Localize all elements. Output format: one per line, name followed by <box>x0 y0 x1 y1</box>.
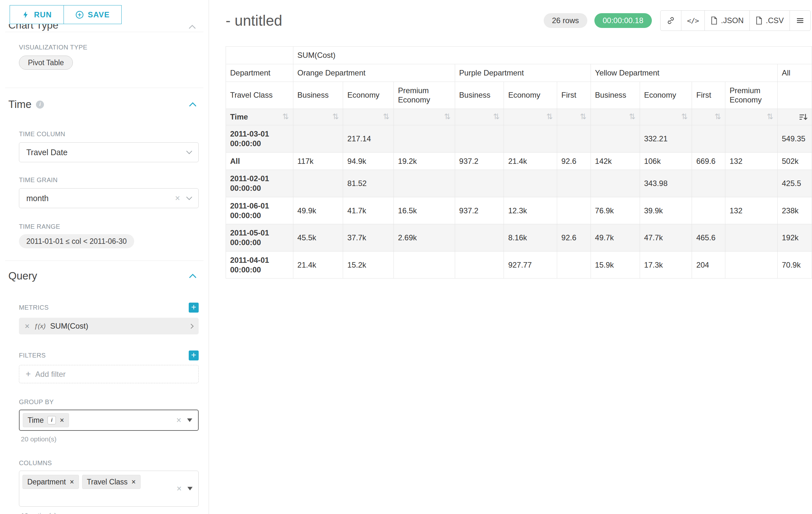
columns-select[interactable]: Department×Travel Class× × <box>19 470 199 507</box>
dimension-chip[interactable]: Timei× <box>23 413 69 427</box>
pivot-value-cell <box>725 170 778 197</box>
pivot-data-row: 2011-02-01 00:00:0081.52343.98425.5 <box>226 170 812 197</box>
pivot-value-cell: 45.5k <box>293 224 343 251</box>
remove-chip-icon[interactable]: × <box>60 416 64 425</box>
pivot-value-cell: 465.6 <box>692 224 725 251</box>
pivot-value-cell: 238k <box>777 197 812 224</box>
pivot-value-cell: 39.9k <box>640 197 692 224</box>
subcol-header <box>777 82 812 109</box>
embed-code-button[interactable]: </> <box>681 10 705 31</box>
pivot-value-cell <box>293 170 343 197</box>
link-icon <box>667 17 675 25</box>
sort-icon[interactable]: ⇅ <box>580 112 586 122</box>
sort-icon[interactable]: ⇅ <box>681 112 688 122</box>
add-filter-placeholder: Add filter <box>35 370 66 379</box>
pivot-value-cell <box>557 170 591 197</box>
pivot-value-cell: 70.9k <box>777 251 812 278</box>
query-section-title: Query <box>8 270 37 282</box>
group-by-label: GROUP BY <box>19 398 209 406</box>
menu-button[interactable] <box>789 10 811 31</box>
pivot-value-cell: 343.98 <box>640 170 692 197</box>
sort-icon[interactable]: ⇅ <box>629 112 636 122</box>
subcol-header: First <box>692 82 725 109</box>
export-button-group: </> .JSON .CSV <box>660 10 811 31</box>
clear-icon[interactable]: × <box>176 484 182 493</box>
save-button[interactable]: SAVE <box>63 5 122 24</box>
group-header: All <box>777 64 812 82</box>
export-json-button[interactable]: .JSON <box>704 10 750 31</box>
subcol-header: Economy <box>343 82 394 109</box>
pivot-value-cell: 204 <box>692 251 725 278</box>
caret-down-icon[interactable] <box>187 418 192 422</box>
run-button[interactable]: RUN <box>10 5 64 24</box>
group-header: Orange Department <box>293 64 455 82</box>
export-csv-button[interactable]: .CSV <box>749 10 790 31</box>
dimension-chip[interactable]: Travel Class× <box>82 475 141 489</box>
pivot-table: SUM(Cost)DepartmentOrange DepartmentPurp… <box>226 46 812 278</box>
add-filter-dropzone[interactable]: + Add filter <box>19 365 199 383</box>
pivot-table-container: SUM(Cost)DepartmentOrange DepartmentPurp… <box>209 32 812 278</box>
pivot-value-cell <box>557 197 591 224</box>
collapse-chevron-up-icon[interactable] <box>188 272 197 280</box>
pivot-value-cell <box>557 251 591 278</box>
caret-down-icon <box>186 194 192 200</box>
remove-metric-icon[interactable]: × <box>25 321 30 331</box>
chevron-right-icon[interactable] <box>189 324 194 329</box>
time-range-pill[interactable]: 2011-01-01 ≤ col < 2011-06-30 <box>19 234 134 248</box>
sort-icon[interactable]: ⇅ <box>282 112 289 122</box>
sort-descending-active-icon[interactable] <box>799 113 808 121</box>
pivot-value-cell: 21.4k <box>504 152 557 170</box>
time-grain-select[interactable]: month × <box>19 188 199 208</box>
time-section-title: Time <box>8 98 31 110</box>
add-metric-button[interactable]: + <box>189 303 199 313</box>
pivot-value-cell <box>590 170 640 197</box>
metric-name: SUM(Cost) <box>50 322 88 330</box>
clear-icon[interactable]: × <box>175 194 180 203</box>
collapse-chevron-up-icon[interactable] <box>188 100 197 109</box>
time-column-select[interactable]: Travel Date <box>19 142 199 162</box>
filters-header-row: FILTERS + <box>19 350 199 360</box>
visualization-type-label: VISUALIZATION TYPE <box>19 44 209 51</box>
row-axis-label: Time <box>230 112 248 122</box>
pivot-value-cell: 15.9k <box>590 251 640 278</box>
pivot-value-cell: 21.4k <box>293 251 343 278</box>
sort-icon[interactable]: ⇅ <box>383 112 389 122</box>
metric-header: SUM(Cost) <box>293 47 812 64</box>
remove-chip-icon[interactable]: × <box>70 478 74 486</box>
metrics-label: METRICS <box>19 304 49 311</box>
pivot-value-cell <box>394 125 455 153</box>
sort-icon[interactable]: ⇅ <box>444 112 451 122</box>
remove-chip-icon[interactable]: × <box>132 478 136 486</box>
chevron-up-icon[interactable] <box>188 24 196 31</box>
subcol-header: Business <box>293 82 343 109</box>
caret-down-icon[interactable] <box>187 487 193 491</box>
pivot-value-cell <box>394 251 455 278</box>
clear-icon[interactable]: × <box>176 416 181 425</box>
pivot-value-cell: 19.2k <box>394 152 455 170</box>
pivot-data-row: 2011-06-01 00:00:0049.9k41.7k16.5k937.21… <box>226 197 812 224</box>
pivot-value-cell: 92.6 <box>557 224 591 251</box>
pivot-data-row: 2011-05-01 00:00:0045.5k37.7k2.69k8.16k9… <box>226 224 812 251</box>
pivot-data-row: All117k94.9k19.2k937.221.4k92.6142k106k6… <box>226 152 812 170</box>
columns-label: COLUMNS <box>19 459 209 467</box>
copy-link-button[interactable] <box>660 10 682 31</box>
pivot-value-cell: 16.5k <box>394 197 455 224</box>
metric-item[interactable]: × ƒ(x) SUM(Cost) <box>19 318 199 334</box>
sort-icon[interactable]: ⇅ <box>767 112 773 122</box>
pivot-value-cell <box>725 251 778 278</box>
pivot-value-cell: 81.52 <box>343 170 394 197</box>
dimension-chip[interactable]: Department× <box>23 475 79 489</box>
sort-icon[interactable]: ⇅ <box>715 112 721 122</box>
pivot-value-cell: 142k <box>590 152 640 170</box>
group-by-select[interactable]: Timei× × <box>19 410 199 431</box>
pivot-value-cell: 47.7k <box>640 224 692 251</box>
visualization-type-button[interactable]: Pivot Table <box>19 56 73 70</box>
row-count-badge: 26 rows <box>544 13 587 28</box>
pivot-value-cell: 12.3k <box>504 197 557 224</box>
sort-icon[interactable]: ⇅ <box>546 112 553 122</box>
sort-icon[interactable]: ⇅ <box>493 112 499 122</box>
pivot-value-cell: 92.6 <box>557 152 591 170</box>
add-filter-button[interactable]: + <box>189 350 199 360</box>
sort-icon[interactable]: ⇅ <box>332 112 339 122</box>
pivot-value-cell <box>692 197 725 224</box>
